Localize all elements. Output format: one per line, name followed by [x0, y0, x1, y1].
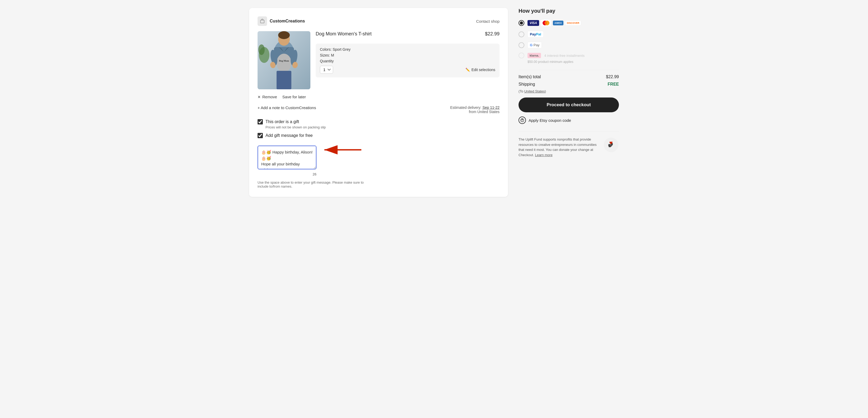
edit-selections-button[interactable]: ✏️ Edit selections [465, 68, 495, 72]
payment-panel: How you'll pay VISA AMEX DISCOVER [519, 8, 619, 157]
arrow-indicator [319, 142, 367, 158]
estimated-delivery: Estimated delivery: Sep 11-22 from Unite… [450, 106, 499, 114]
coupon-button[interactable]: Apply Etsy coupon code [519, 117, 571, 124]
gift-message-text: Add gift message for free [266, 133, 313, 138]
product-row: Dog Mom [257, 31, 499, 89]
shipping-row: Shipping FREE [519, 82, 619, 87]
gift-message-row: 🎂🥳 Happy birthday, Alison! 🎂🥳 Hope all y… [257, 142, 499, 173]
gift-message-container: 🎂🥳 Happy birthday, Alison! 🎂🥳 Hope all y… [257, 146, 316, 171]
svg-rect-14 [277, 71, 291, 89]
shipping-dest: (To United States) [519, 89, 619, 93]
save-for-later-button[interactable]: Save for later [282, 95, 306, 99]
shop-header: CustomCreations Contact shop [257, 17, 499, 26]
klarna-logo: klarna. [528, 53, 541, 58]
shipping-label: Shipping [519, 82, 535, 87]
gift-message-section: Add gift message for free [257, 133, 499, 138]
gift-order-sub: Prices will not be shown on packing slip [266, 125, 499, 129]
gift-message-textarea[interactable]: 🎂🥳 Happy birthday, Alison! 🎂🥳 Hope all y… [257, 146, 316, 169]
pencil-icon: ✏️ [465, 68, 470, 72]
card-radio[interactable] [519, 20, 524, 26]
payment-methods: VISA AMEX DISCOVER PayPal [519, 19, 619, 64]
gpay-logo: G Pay [528, 42, 542, 48]
remove-button[interactable]: ✕ Remove [257, 95, 277, 99]
size-value: M [331, 53, 334, 57]
shipping-value: FREE [608, 82, 619, 87]
card-logos: VISA AMEX DISCOVER [528, 19, 581, 27]
quantity-select-group: 1 2 3 4 5 [320, 66, 333, 74]
x-icon: ✕ [257, 95, 261, 99]
coupon-label: Apply Etsy coupon code [529, 118, 571, 123]
char-count: 26 [313, 172, 316, 176]
gift-order-checkbox[interactable] [257, 119, 263, 124]
svg-point-4 [277, 54, 291, 72]
quantity-label: Quantity [320, 59, 495, 63]
gpay-radio[interactable] [519, 42, 524, 48]
color-value: Sport Grey [333, 47, 350, 52]
product-top-row: Dog Mom Women's T-shirt $22.99 [316, 31, 499, 40]
gift-message-hint: Use the space above to enter your gift m… [257, 180, 374, 188]
klarna-radio [519, 53, 524, 58]
svg-point-16 [258, 44, 265, 55]
cart-card: CustomCreations Contact shop [249, 8, 508, 197]
quantity-row: 1 2 3 4 5 ✏️ Edit selections [320, 66, 495, 74]
payment-title: How you'll pay [519, 8, 619, 14]
amex-logo: AMEX [553, 21, 563, 25]
add-note-label: + Add a note to CustomCreations [257, 106, 316, 110]
size-label: Sizes: [320, 53, 330, 57]
checkout-button[interactable]: Proceed to checkout [519, 97, 619, 112]
coupon-icon [519, 117, 526, 124]
klarna-installments-text: 4 interest-free installments [544, 54, 584, 58]
payment-method-klarna: klarna. 4 interest-free installments [519, 53, 619, 58]
contact-shop-link[interactable]: Contact shop [476, 19, 499, 24]
product-details: Dog Mom Women's T-shirt $22.99 Colors: S… [316, 31, 499, 78]
product-image: Dog Mom [257, 31, 310, 89]
shop-icon [257, 17, 267, 26]
payment-method-gpay[interactable]: G Pay [519, 42, 619, 48]
size-option: Sizes: M [320, 53, 495, 57]
gift-message-label[interactable]: Add gift message for free [257, 133, 499, 138]
quantity-select[interactable]: 1 2 3 4 5 [320, 66, 333, 74]
svg-point-7 [278, 31, 290, 39]
items-total-row: Item(s) total $22.99 [519, 74, 619, 79]
gift-order-text: This order is a gift [266, 119, 299, 124]
svg-rect-0 [260, 20, 264, 23]
uplift-icon [603, 137, 619, 153]
estimated-delivery-label: Estimated delivery: [450, 106, 481, 110]
remove-label: Remove [262, 95, 277, 99]
svg-text:Dog Mom: Dog Mom [279, 59, 289, 62]
uplift-description: The Uplift Fund supports nonprofits that… [519, 138, 597, 157]
actions-row: ✕ Remove Save for later [257, 95, 499, 99]
color-label: Colors: [320, 47, 332, 52]
mastercard-logo [541, 19, 551, 27]
discover-logo: DISCOVER [565, 20, 581, 26]
delivery-from: from United States [469, 110, 499, 114]
uplift-text: The Uplift Fund supports nonprofits that… [519, 137, 599, 157]
color-option: Colors: Sport Grey [320, 47, 495, 52]
svg-point-21 [522, 121, 523, 121]
gift-message-checkbox[interactable] [257, 133, 263, 138]
shop-name: CustomCreations [270, 19, 305, 24]
paypal-logo: PayPal [528, 31, 544, 37]
payment-method-paypal[interactable]: PayPal [519, 31, 619, 37]
note-delivery-row: + Add a note to CustomCreations Estimate… [257, 106, 499, 119]
paypal-radio[interactable] [519, 31, 524, 37]
product-price: $22.99 [485, 31, 499, 37]
estimated-delivery-date[interactable]: Sep 11-22 [482, 106, 499, 110]
uplift-learn-more[interactable]: Learn more [535, 153, 552, 157]
gift-order-label[interactable]: This order is a gift [257, 119, 499, 124]
shipping-dest-link[interactable]: United States [524, 89, 545, 93]
save-later-label: Save for later [282, 95, 306, 99]
items-total-label: Item(s) total [519, 74, 541, 79]
edit-selections-label: Edit selections [471, 68, 495, 72]
items-total-value: $22.99 [606, 74, 619, 79]
product-options: Colors: Sport Grey Sizes: M Quantity 1 2 [316, 43, 499, 78]
uplift-section: The Uplift Fund supports nonprofits that… [519, 131, 619, 157]
shop-name-group: CustomCreations [257, 17, 305, 26]
product-name: Dog Mom Women's T-shirt [316, 31, 372, 37]
klarna-sub: $50.00 product minimum applies [528, 60, 619, 64]
add-note-button[interactable]: + Add a note to CustomCreations [257, 106, 316, 110]
payment-method-card[interactable]: VISA AMEX DISCOVER [519, 19, 619, 27]
visa-logo: VISA [528, 20, 539, 26]
gift-order-section: This order is a gift Prices will not be … [257, 119, 499, 129]
page-container: CustomCreations Contact shop [249, 8, 619, 197]
